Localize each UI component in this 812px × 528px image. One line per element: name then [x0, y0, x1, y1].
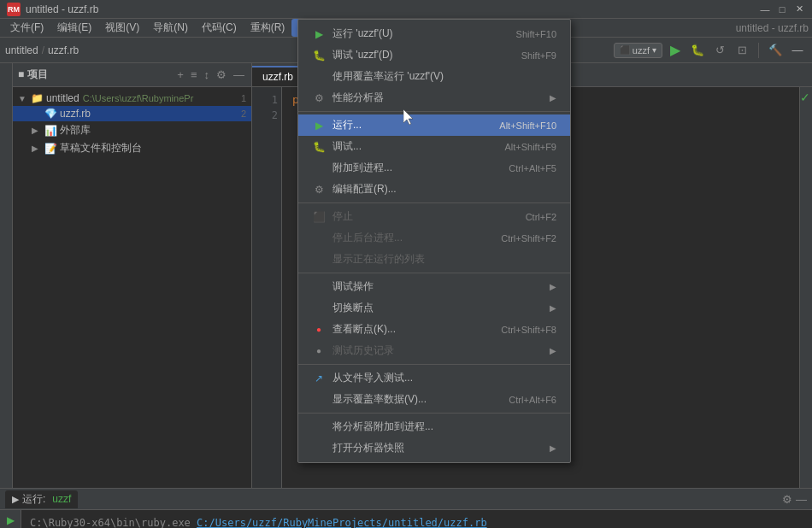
stop-bg-icon [312, 232, 326, 245]
stop-label: 停止 [332, 209, 502, 224]
menu-run-coverage[interactable]: 使用覆盖率运行 'uzzf'(V) [298, 66, 570, 87]
dropdown-overlay: ▶ 运行 'uzzf'(U) Shift+F10 🐛 调试 'uzzf'(D) … [0, 0, 812, 528]
stop-icon: ⬛ [312, 210, 326, 224]
separator-5 [298, 413, 570, 414]
menu-attach[interactable]: 附加到进程... Ctrl+Alt+F5 [298, 157, 570, 179]
menu-debug-uzzf[interactable]: 🐛 调试 'uzzf'(D) Shift+F9 [298, 44, 570, 66]
open-profiler-label: 打开分析器快照 [332, 441, 434, 455]
coverage-icon [312, 70, 326, 84]
menu-view-breakpoints[interactable]: ● 查看断点(K)... Ctrl+Shift+F8 [298, 319, 570, 340]
show-running-icon [312, 253, 326, 267]
menu-run-uzzf[interactable]: ▶ 运行 'uzzf'(U) Shift+F10 [298, 23, 570, 44]
menu-test-history: ● 测试历史记录 ▶ [298, 340, 570, 361]
separator-4 [298, 364, 570, 365]
menu-edit-configs[interactable]: ⚙ 编辑配置(R)... [298, 179, 570, 200]
menu-debug-ellipsis[interactable]: 🐛 调试... Alt+Shift+F9 [298, 136, 570, 157]
debug-ellipsis-icon: 🐛 [312, 140, 326, 154]
import-tests-label: 从文件导入测试... [332, 371, 533, 385]
toggle-bp-icon [312, 302, 326, 315]
menu-profiler[interactable]: ⚙ 性能分析器 ▶ [298, 87, 570, 109]
menu-open-profiler[interactable]: 打开分析器快照 ▶ [298, 437, 570, 459]
stop-bg-shortcut: Ctrl+Shift+F2 [501, 233, 556, 243]
debug-actions-icon [312, 280, 326, 294]
debug-uzzf-icon: 🐛 [312, 49, 326, 62]
attach-profiler-icon [312, 420, 326, 434]
import-tests-icon: ↗ [312, 372, 326, 385]
separator-3 [298, 273, 570, 273]
debug-uzzf-label: 调试 'uzzf'(D) [332, 48, 497, 62]
test-history-icon: ● [312, 344, 326, 358]
menu-run-ellipsis[interactable]: ▶ 运行... Alt+Shift+F10 [298, 114, 570, 136]
edit-configs-icon: ⚙ [312, 183, 326, 197]
run-coverage-label: 使用覆盖率运行 'uzzf'(V) [332, 69, 533, 84]
separator-2 [298, 202, 570, 203]
edit-configs-label: 编辑配置(R)... [332, 182, 533, 197]
open-profiler-arrow: ▶ [550, 443, 556, 453]
debug-actions-arrow: ▶ [550, 282, 556, 291]
run-dropdown-menu: ▶ 运行 'uzzf'(U) Shift+F10 🐛 调试 'uzzf'(D) … [297, 19, 571, 463]
view-bp-shortcut: Ctrl+Shift+F8 [501, 325, 556, 335]
profiler-arrow: ▶ [550, 93, 556, 103]
attach-shortcut: Ctrl+Alt+F5 [509, 163, 556, 173]
debug-ellipsis-label: 调试... [332, 139, 480, 154]
view-bp-label: 查看断点(K)... [332, 322, 477, 337]
view-bp-icon: ● [312, 323, 326, 337]
run-uzzf-shortcut: Shift+F10 [516, 29, 556, 39]
attach-profiler-label: 将分析器附加到进程... [332, 419, 533, 434]
show-running-label: 显示正在运行的列表 [332, 252, 533, 267]
open-profiler-icon [312, 442, 326, 455]
menu-import-tests[interactable]: ↗ 从文件导入测试... [298, 367, 570, 389]
attach-label: 附加到进程... [332, 161, 485, 175]
menu-show-running: 显示正在运行的列表 [298, 249, 570, 270]
stop-shortcut: Ctrl+F2 [526, 212, 556, 222]
toggle-bp-arrow: ▶ [550, 303, 556, 313]
profiler-label: 性能分析器 [332, 91, 434, 105]
menu-show-coverage[interactable]: 显示覆盖率数据(V)... Ctrl+Alt+F6 [298, 389, 570, 410]
test-history-label: 测试历史记录 [332, 343, 434, 358]
profiler-icon: ⚙ [312, 91, 326, 105]
menu-toggle-breakpoint[interactable]: 切换断点 ▶ [298, 297, 570, 319]
menu-stop-bg: 停止后台进程... Ctrl+Shift+F2 [298, 227, 570, 249]
run-ellipsis-shortcut: Alt+Shift+F10 [499, 120, 556, 131]
run-ellipsis-icon: ▶ [312, 119, 326, 132]
separator-1 [298, 111, 570, 112]
attach-icon [312, 161, 326, 175]
test-history-arrow: ▶ [550, 346, 556, 355]
debug-uzzf-shortcut: Shift+F9 [521, 50, 556, 61]
show-coverage-label: 显示覆盖率数据(V)... [332, 392, 485, 407]
debug-ellipsis-shortcut: Alt+Shift+F9 [504, 142, 556, 152]
stop-bg-label: 停止后台进程... [332, 231, 477, 245]
toggle-bp-label: 切换断点 [332, 301, 434, 315]
debug-actions-label: 调试操作 [332, 279, 434, 294]
menu-attach-profiler[interactable]: 将分析器附加到进程... [298, 416, 570, 437]
run-uzzf-icon: ▶ [312, 27, 326, 41]
run-ellipsis-label: 运行... [332, 118, 475, 132]
run-uzzf-label: 运行 'uzzf'(U) [332, 26, 492, 41]
show-coverage-shortcut: Ctrl+Alt+F6 [509, 395, 556, 405]
menu-stop: ⬛ 停止 Ctrl+F2 [298, 206, 570, 227]
show-coverage-icon [312, 393, 326, 407]
menu-debug-actions[interactable]: 调试操作 ▶ [298, 276, 570, 297]
